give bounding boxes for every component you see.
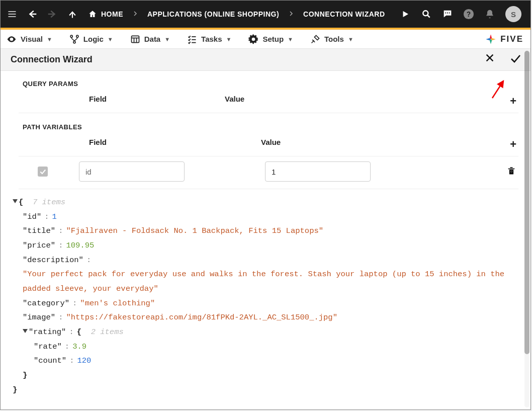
brand-label: FIVE (500, 34, 523, 44)
gear-icon (248, 34, 258, 44)
five-logo-icon (484, 33, 497, 46)
tool-visual-label: Visual (21, 35, 43, 43)
path-var-enable-checkbox[interactable] (38, 167, 48, 177)
delete-path-var-button[interactable] (506, 165, 518, 178)
json-image: https://fakestoreapi.com/img/81fPKd-2AYL… (71, 313, 333, 322)
svg-point-17 (73, 41, 75, 43)
nav-forward-icon (47, 9, 58, 20)
svg-rect-18 (131, 36, 139, 42)
checklist-icon (187, 34, 197, 44)
add-query-param-button[interactable]: + (510, 95, 516, 107)
table-icon (130, 34, 140, 44)
hamburger-icon[interactable] (7, 9, 18, 20)
json-price: 109.95 (66, 241, 94, 250)
chevron-right-icon (288, 10, 294, 18)
trash-icon (506, 165, 516, 176)
tools-icon (310, 34, 320, 44)
tool-data[interactable]: Data▼ (130, 34, 170, 44)
svg-point-9 (445, 13, 446, 14)
tool-setup-label: Setup (262, 35, 284, 43)
user-avatar[interactable]: S (505, 6, 521, 22)
path-vars-field-header: Field (19, 138, 260, 151)
svg-point-15 (70, 35, 72, 37)
json-title: Fjallraven - Foldsack No. 1 Backpack, Fi… (71, 226, 319, 235)
tool-tools-label: Tools (324, 35, 344, 43)
path-var-value-input[interactable] (265, 161, 371, 182)
tool-tools[interactable]: Tools▼ (310, 34, 353, 44)
breadcrumb: HOME APPLICATIONS (ONLINE SHOPPING) CONN… (88, 10, 385, 19)
eye-icon (7, 34, 17, 44)
json-category: men's clothing (85, 299, 150, 308)
svg-rect-36 (510, 167, 513, 168)
close-button[interactable] (484, 52, 495, 67)
json-rating-meta: 2 items (91, 327, 124, 337)
breadcrumb-wizard-label: CONNECTION WIZARD (303, 10, 385, 18)
breadcrumb-home-label: HOME (101, 10, 123, 18)
path-var-row (19, 156, 518, 189)
branch-icon (69, 34, 79, 44)
nav-up-icon[interactable] (67, 9, 78, 20)
svg-point-14 (11, 38, 12, 40)
svg-text:?: ? (467, 11, 471, 18)
nav-back-icon[interactable] (27, 9, 38, 20)
search-icon[interactable] (421, 9, 432, 20)
json-toggle-icon[interactable] (13, 199, 18, 203)
breadcrumb-applications[interactable]: APPLICATIONS (ONLINE SHOPPING) (147, 10, 279, 18)
tool-logic[interactable]: Logic▼ (69, 34, 113, 44)
check-icon (39, 168, 46, 175)
svg-point-10 (447, 13, 448, 14)
breadcrumb-home[interactable]: HOME (88, 10, 123, 19)
home-icon (88, 10, 97, 19)
json-count: 120 (77, 356, 91, 365)
help-icon[interactable]: ? (463, 9, 474, 20)
tool-tasks[interactable]: Tasks▼ (187, 34, 231, 44)
add-path-var-button[interactable]: + (510, 138, 516, 150)
tool-logic-label: Logic (83, 35, 104, 43)
json-rate: 3.9 (72, 342, 86, 351)
svg-line-8 (427, 15, 430, 18)
top-app-bar: HOME APPLICATIONS (ONLINE SHOPPING) CONN… (1, 1, 530, 28)
avatar-initial: S (511, 10, 516, 19)
query-params-value-header: Value (195, 95, 488, 108)
chevron-right-icon (132, 10, 138, 18)
query-params-field-header: Field (19, 95, 195, 108)
breadcrumb-applications-label: APPLICATIONS (ONLINE SHOPPING) (147, 10, 279, 18)
scrollbar-thumb[interactable] (524, 51, 529, 354)
json-response-viewer: { 7 items "id":1 "title":"Fjallraven - F… (13, 195, 518, 397)
page-title: Connection Wizard (11, 54, 93, 65)
path-vars-heading: PATH VARIABLES (23, 123, 514, 131)
query-params-table: Field Value + (19, 91, 518, 113)
bell-icon[interactable] (484, 9, 495, 20)
tool-data-label: Data (144, 35, 161, 43)
confirm-button[interactable] (509, 52, 521, 67)
page-title-bar: Connection Wizard (1, 49, 530, 71)
path-vars-table: Field Value + (19, 134, 518, 189)
svg-marker-6 (403, 11, 409, 17)
chat-icon[interactable] (442, 9, 453, 20)
tool-visual[interactable]: Visual▼ (7, 34, 52, 44)
tool-tasks-label: Tasks (201, 35, 222, 43)
path-var-field-input[interactable] (79, 161, 185, 182)
svg-point-11 (449, 13, 450, 14)
brand-logo: FIVE (484, 33, 523, 46)
svg-point-7 (423, 11, 428, 16)
close-icon (484, 52, 495, 63)
json-toggle-icon[interactable] (23, 329, 28, 333)
json-id: 1 (52, 212, 57, 221)
run-icon[interactable] (400, 9, 411, 20)
breadcrumb-connection-wizard[interactable]: CONNECTION WIZARD (303, 10, 385, 18)
json-root-meta: 7 items (33, 198, 65, 207)
content-area: QUERY PARAMS Field Value + PATH VARIABLE… (1, 71, 530, 410)
check-icon (509, 52, 521, 64)
svg-point-16 (76, 35, 78, 37)
path-vars-value-header: Value (260, 138, 488, 151)
scrollbar[interactable] (524, 51, 529, 407)
tool-setup[interactable]: Setup▼ (248, 34, 293, 44)
json-description: Your perfect pack for everyday use and w… (23, 270, 509, 293)
query-params-heading: QUERY PARAMS (23, 80, 514, 88)
main-toolbar: Visual▼ Logic▼ Data▼ Tasks▼ Setup▼ Tools… (1, 30, 530, 49)
